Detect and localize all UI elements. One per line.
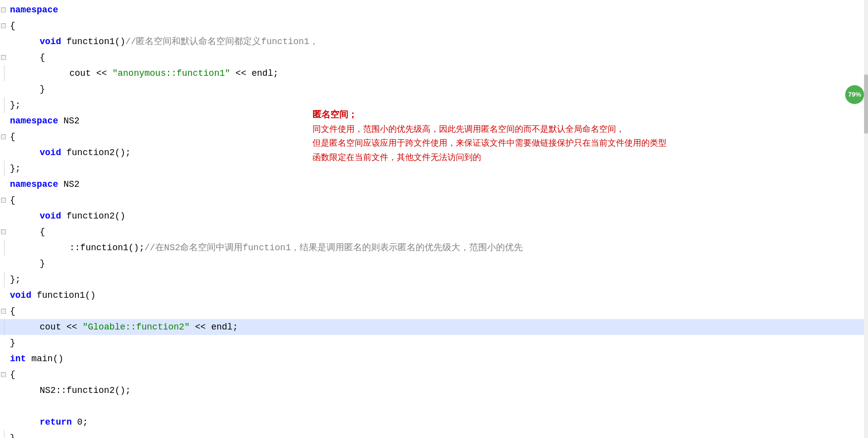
code-line-12: namespace NS2 (0, 176, 868, 192)
vertical-scrollbar[interactable] (864, 0, 868, 438)
code-line-4: □ { (0, 50, 868, 65)
fn2-def: function2() (61, 209, 125, 223)
line-content-13: { (7, 192, 868, 208)
text-fn1-comment: function1()//匿名空间和默认命名空间都定义function1， (61, 35, 318, 49)
annotation-line-2: 但是匿名空间应该应用于跨文件使用，来保证该文件中需要做链接保护只在当前文件使用的… (312, 136, 744, 151)
line-content-27: return 0; (7, 414, 868, 430)
line-content-4: { (7, 50, 868, 65)
line-gutter-16 (0, 240, 7, 256)
line-gutter-21 (0, 319, 7, 335)
line-gutter-5 (0, 65, 7, 81)
annotation-title: 匿名空间； (312, 107, 744, 122)
str-anonymous: "anonymous::function1" (112, 66, 230, 81)
line-gutter-17 (0, 256, 7, 272)
kw-void-2: void (40, 146, 61, 160)
line-gutter-18 (0, 272, 7, 287)
cout-2: cout << (40, 320, 82, 334)
line-content-15: { (7, 224, 868, 240)
line-gutter-1[interactable]: □ (0, 2, 7, 18)
fold-icon-2[interactable]: □ (1, 23, 6, 28)
code-line-3: void function1()//匿名空间和默认命名空间都定义function… (0, 34, 868, 50)
semi-1: }; (10, 98, 21, 112)
brace-open-3: { (10, 130, 15, 144)
line-content-24: { (7, 367, 868, 383)
code-line-13: □ { (0, 192, 868, 208)
str-gloable: "Gloable::function2" (82, 320, 189, 334)
endl-1: << endl; (230, 66, 278, 81)
line-content-12: namespace NS2 (7, 176, 868, 192)
fold-icon-9[interactable]: □ (1, 134, 6, 139)
line-gutter-20[interactable]: □ (0, 303, 7, 319)
fold-icon-20[interactable]: □ (1, 309, 6, 314)
fold-icon-13[interactable]: □ (1, 198, 6, 203)
line-gutter-23 (0, 351, 7, 367)
line-content-14: void function2() (7, 208, 868, 224)
line-gutter-15[interactable]: □ (0, 224, 7, 240)
line-content-1: namespace (7, 2, 868, 18)
line-gutter-13[interactable]: □ (0, 192, 7, 208)
ns2-fn2-call: NS2::function2(); (40, 383, 131, 398)
line-content-21: cout << "Gloable::function2" << endl; (7, 319, 868, 335)
line-content-3: void function1()//匿名空间和默认命名空间都定义function… (7, 34, 868, 50)
code-line-1: □ namespace (0, 2, 868, 18)
line-content-22: } (7, 335, 868, 351)
line-gutter-22 (0, 335, 7, 351)
brace-open-7: { (10, 368, 15, 382)
brace-open-4: { (10, 193, 15, 208)
kw-void-4: void (10, 288, 31, 303)
line-gutter-4[interactable]: □ (0, 50, 7, 65)
fold-icon-1[interactable]: □ (1, 7, 6, 12)
line-content-5: cout << "anonymous::function1" << endl; (7, 65, 868, 81)
code-line-22: } (0, 335, 868, 351)
ns2-2: NS2 (58, 177, 79, 192)
line-content-6: } (7, 81, 868, 97)
code-line-14: void function2() (0, 208, 868, 224)
line-gutter-2[interactable]: □ (0, 18, 7, 34)
line-content-2: { (7, 18, 868, 34)
line-content-25: NS2::function2(); (7, 383, 868, 398)
brace-close-3: } (10, 336, 15, 350)
keyword-namespace: namespace (10, 3, 58, 17)
code-line-6: } (0, 81, 868, 97)
fold-icon-4[interactable]: □ (1, 55, 6, 60)
empty-line (10, 399, 15, 414)
kw-namespace-3: namespace (10, 177, 58, 192)
cout-1: cout << (69, 66, 112, 81)
line-gutter-7 (0, 97, 7, 113)
code-line-27: return 0; (0, 414, 868, 430)
code-line-24: □ { (0, 367, 868, 383)
kw-int: int (10, 352, 26, 366)
code-line-2: □ { (0, 18, 868, 34)
code-line-5: cout << "anonymous::function1" << endl; (0, 65, 868, 81)
line-content-28: } (7, 430, 868, 438)
scrollbar-thumb[interactable] (864, 74, 868, 134)
line-gutter-10 (0, 145, 7, 161)
line-content-19: void function1() (7, 287, 868, 303)
kw-void-1: void (40, 35, 61, 49)
code-editor: □ namespace □ { void function1()//匿名空间和默… (0, 0, 868, 438)
code-line-15: □ { (0, 224, 868, 240)
fn1-call: ::function1();//在NS2命名空间中调用function1，结果是… (69, 241, 523, 255)
line-gutter-24[interactable]: □ (0, 367, 7, 383)
fn2-decl: function2(); (61, 146, 130, 160)
line-gutter-8 (0, 113, 7, 129)
code-line-25: NS2::function2(); (0, 383, 868, 398)
line-gutter-27 (0, 414, 7, 430)
code-line-16: ::function1();//在NS2命名空间中调用function1，结果是… (0, 240, 868, 256)
line-gutter-3 (0, 34, 7, 50)
line-gutter-14 (0, 208, 7, 224)
annotation-line-3: 函数限定在当前文件，其他文件无法访问到的 (312, 151, 744, 165)
semi-2: }; (10, 162, 21, 176)
line-content-18: }; (7, 272, 868, 287)
brace-open-2: { (40, 51, 45, 65)
code-line-21: cout << "Gloable::function2" << endl; (0, 319, 868, 335)
line-content-16: ::function1();//在NS2命名空间中调用function1，结果是… (7, 240, 868, 256)
fn1-global-def: function1() (31, 288, 96, 303)
code-area: □ namespace □ { void function1()//匿名空间和默… (0, 0, 868, 438)
line-content-26 (7, 398, 868, 414)
line-gutter-9[interactable]: □ (0, 129, 7, 145)
brace-close-final: } (10, 431, 15, 438)
code-line-20: □ { (0, 303, 868, 319)
fold-icon-15[interactable]: □ (1, 229, 6, 234)
fold-icon-24[interactable]: □ (1, 372, 6, 377)
